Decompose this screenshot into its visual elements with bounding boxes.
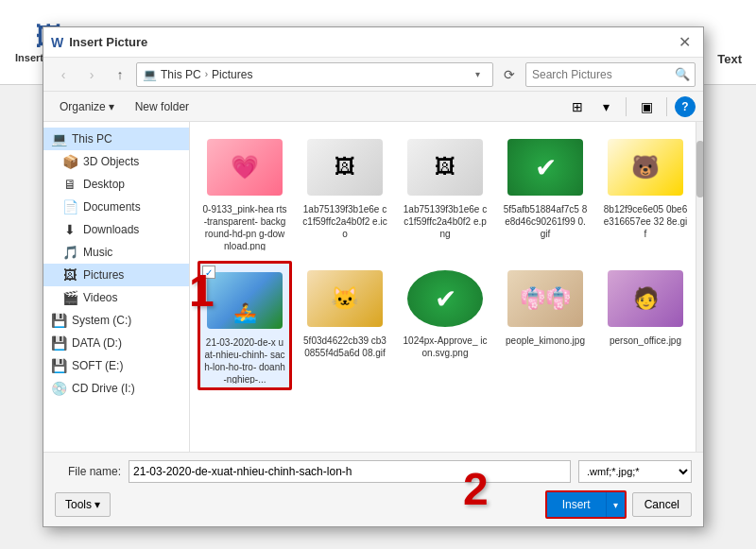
file-item-heart[interactable]: 💗 0-9133_pink-hea rts-transparent- backg… (198, 129, 292, 255)
dialog-close-button[interactable]: ✕ (673, 31, 696, 54)
insert-button[interactable]: Insert (547, 492, 606, 517)
insert-button-group: Insert ▾ (545, 490, 627, 519)
nav-back-button[interactable]: ‹ (51, 62, 76, 87)
person-thumbnail: 🧑 (608, 270, 683, 327)
dialog-titlebar: W Insert Picture ✕ (43, 27, 703, 58)
file-item-person[interactable]: 🧑 person_office.jpg (598, 261, 693, 390)
file-thumb-gif1: ✔ (503, 134, 588, 200)
help-button[interactable]: ? (675, 96, 696, 117)
sidebar-item-system-c[interactable]: 💾 System (C:) (43, 309, 189, 332)
toolbar-separator (626, 97, 627, 116)
file-thumb-png1: 🖼 (403, 134, 488, 200)
panel-toggle-button[interactable]: ▣ (634, 95, 659, 118)
3d-objects-icon: 📦 (62, 154, 77, 169)
file-item-ico1[interactable]: 🖼 1ab75139f3b1e6e cc1f59ffc2a4b0f2 e.ico (298, 129, 392, 255)
file-name-people: people_kimono.jpg (506, 335, 585, 347)
footer-buttons: Tools ▾ Insert ▾ Cancel (55, 490, 692, 519)
sidebar-item-music[interactable]: 🎵 Music (43, 241, 189, 264)
file-name-river: 21-03-2020-de-x uat-nhieu-chinh- sach-lo… (204, 336, 285, 384)
nav-refresh-button[interactable]: ⟳ (497, 62, 522, 87)
data-d-icon: 💾 (51, 335, 66, 351)
file-name-bear: 8b12f9ce6e05 0be6e316657ee 32 8e.gif (603, 203, 688, 240)
sidebar-item-3d-objects[interactable]: 📦 3D Objects (43, 150, 189, 173)
filetype-dropdown[interactable]: .wmf;*.jpg;* All Files *.jpg;*.jpeg *.pn… (578, 460, 692, 483)
search-input[interactable] (525, 62, 696, 87)
river-thumbnail (207, 272, 283, 329)
insert-dropdown-button[interactable]: ▾ (606, 492, 625, 517)
ico1-thumbnail: 🖼 (307, 139, 383, 196)
soft-e-icon: 💾 (51, 358, 66, 373)
png1-thumbnail: 🖼 (407, 139, 483, 196)
cancel-button[interactable]: Cancel (632, 492, 692, 517)
step-number-1: 1 (189, 265, 215, 317)
file-thumb-ico1: 🖼 (302, 134, 387, 200)
pictures-icon: 🖼 (62, 267, 77, 283)
view-icon-button[interactable]: ⊞ (565, 95, 590, 118)
file-name-person: person_office.jpg (610, 335, 681, 347)
file-name-gif1: 5f5afb51884af7c5 8e8d46c90261f99 0.gif (503, 203, 588, 240)
file-item-cat[interactable]: 🐱 5f03d4622cb39 cb30855f4d5a6d 08.gif (298, 261, 392, 390)
file-name-heart: 0-9133_pink-hea rts-transparent- backgro… (202, 203, 287, 250)
organize-button[interactable]: Organize ▾ (51, 95, 123, 118)
view-dropdown-button[interactable]: ▾ (593, 95, 618, 118)
sidebar-item-pictures[interactable]: 🖼 Pictures (43, 264, 189, 286)
step-number-2: 2 (463, 463, 489, 515)
tools-button[interactable]: Tools ▾ (55, 492, 111, 517)
sidebar-item-this-pc[interactable]: 💻 This PC (43, 128, 189, 150)
sidebar-item-soft-e[interactable]: 💾 SOFT (E:) (43, 354, 189, 377)
sidebar-item-data-d[interactable]: 💾 DATA (D:) (43, 332, 189, 354)
toolbar: Organize ▾ New folder ⊞ ▾ ▣ ? (43, 92, 703, 122)
desktop-icon: 🖥 (62, 177, 77, 192)
toolbar-separator-2 (666, 97, 667, 116)
sidebar-item-videos[interactable]: 🎬 Videos (43, 286, 189, 309)
file-name-approve: 1024px-Approve_ icon.svg.png (403, 335, 488, 359)
nav-forward-button[interactable]: › (79, 62, 104, 87)
sidebar-item-documents[interactable]: 📄 Documents (43, 196, 189, 218)
filename-label: File name: (55, 465, 121, 478)
file-thumb-approve: ✔ (403, 266, 488, 332)
nav-bar: ‹ › ↑ 💻 This PC › Pictures ▾ ⟳ 🔍 (43, 58, 703, 92)
this-pc-icon: 💻 (51, 131, 66, 146)
dialog-title: Insert Picture (69, 35, 673, 49)
file-item-gif1[interactable]: ✔ 5f5afb51884af7c5 8e8d46c90261f99 0.gif (498, 129, 593, 255)
nav-path-dropdown-button[interactable]: ▾ (468, 62, 487, 87)
sidebar-item-cd-drive[interactable]: 💿 CD Drive (I:) (43, 377, 189, 400)
bear-thumbnail: 🐻 (608, 139, 683, 196)
nav-path-container[interactable]: 💻 This PC › Pictures ▾ (136, 62, 493, 87)
sidebar-item-downloads[interactable]: ⬇ Downloads (43, 218, 189, 241)
insert-picture-dialog: W Insert Picture ✕ ‹ › ↑ 💻 This PC › Pic… (43, 26, 704, 527)
file-name-ico1: 1ab75139f3b1e6e cc1f59ffc2a4b0f2 e.ico (302, 203, 387, 240)
videos-icon: 🎬 (62, 290, 77, 305)
cd-drive-icon: 💿 (51, 381, 66, 396)
file-item-png1[interactable]: 🖼 1ab75139f3b1e6e cc1f59ffc2a4b0f2 e.png (398, 129, 492, 255)
file-item-people[interactable]: 👘👘 people_kimono.jpg (498, 261, 593, 390)
cat-thumbnail: 🐱 (307, 270, 383, 327)
filename-row: File name: .wmf;*.jpg;* All Files *.jpg;… (55, 460, 692, 483)
word-text-label: Text (717, 52, 742, 66)
people-thumbnail: 👘👘 (507, 270, 583, 327)
system-c-icon: 💾 (51, 313, 66, 328)
file-item-approve[interactable]: ✔ 1024px-Approve_ icon.svg.png (398, 261, 492, 390)
scroll-thumb (696, 141, 703, 197)
nav-path-text: 💻 This PC › Pictures (143, 68, 252, 81)
nav-up-button[interactable]: ↑ (108, 62, 132, 87)
filename-input[interactable] (129, 460, 571, 483)
file-thumb-heart: 💗 (202, 134, 287, 200)
new-folder-button[interactable]: New folder (127, 95, 198, 118)
search-icon: 🔍 (675, 67, 690, 81)
dialog-footer: File name: .wmf;*.jpg;* All Files *.jpg;… (43, 452, 703, 526)
downloads-icon: ⬇ (62, 222, 77, 237)
search-container: 🔍 (525, 62, 696, 87)
nav-path-separator-1: › (205, 69, 208, 79)
sidebar: 💻 This PC 📦 3D Objects 🖥 Desktop 📄 Docum… (43, 122, 190, 452)
word-icon: W (51, 35, 63, 50)
nav-path-pictures: Pictures (212, 68, 252, 81)
nav-path-label: This PC (161, 68, 201, 81)
file-name-png1: 1ab75139f3b1e6e cc1f59ffc2a4b0f2 e.png (403, 203, 488, 240)
file-thumb-person: 🧑 (603, 266, 688, 332)
file-name-cat: 5f03d4622cb39 cb30855f4d5a6d 08.gif (302, 335, 387, 359)
file-thumb-cat: 🐱 (302, 266, 387, 332)
sidebar-item-desktop[interactable]: 🖥 Desktop (43, 173, 189, 196)
file-item-bear[interactable]: 🐻 8b12f9ce6e05 0be6e316657ee 32 8e.gif (598, 129, 693, 255)
file-grid: 💗 0-9133_pink-hea rts-transparent- backg… (190, 122, 703, 452)
